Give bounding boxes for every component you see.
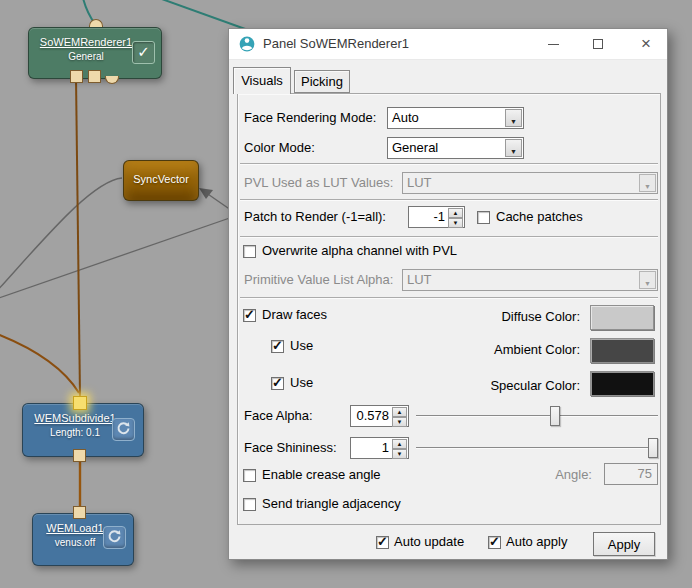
auto-apply-label: Auto apply bbox=[506, 531, 567, 553]
apply-button[interactable]: Apply bbox=[593, 532, 655, 556]
face-shininess-label: Face Shininess: bbox=[244, 437, 337, 459]
panel-window: Panel SoWEMRenderer1 × Visuals Picking F… bbox=[228, 28, 668, 560]
wire-gray-cross bbox=[0, 212, 247, 299]
enable-crease-label: Enable crease angle bbox=[262, 464, 381, 486]
patch-to-render-spinner[interactable]: -1 ▲▼ bbox=[408, 206, 465, 228]
face-shininess-slider[interactable] bbox=[416, 437, 658, 459]
mevislab-icon bbox=[239, 36, 255, 52]
auto-update-checkbox[interactable] bbox=[376, 536, 389, 549]
spinner-arrows-icon[interactable]: ▲▼ bbox=[392, 439, 407, 457]
arrowhead-icon bbox=[199, 188, 213, 199]
specular-color-label: Specular Color: bbox=[408, 375, 580, 397]
use-ambient-label: Use bbox=[290, 335, 313, 357]
angle-label: Angle: bbox=[518, 464, 592, 486]
face-alpha-spinner[interactable]: 0.578 ▲▼ bbox=[350, 405, 409, 427]
wire-orange-left-join bbox=[0, 334, 79, 393]
node-enabled-checkbox[interactable]: ✓ bbox=[132, 41, 155, 64]
face-shininess-spinner[interactable]: 1 ▲▼ bbox=[350, 437, 409, 459]
pvl-lut-label: PVL Used as LUT Values: bbox=[244, 172, 393, 194]
node-title: SyncVector bbox=[124, 173, 198, 185]
slider-track[interactable] bbox=[416, 415, 658, 417]
wire-gray-syncvector-left bbox=[0, 178, 122, 292]
input-connector[interactable] bbox=[73, 506, 86, 519]
pvl-alpha-select-disabled: LUT ▼ bbox=[402, 269, 658, 291]
output-connector[interactable] bbox=[73, 449, 86, 462]
separator bbox=[240, 297, 658, 299]
separator bbox=[240, 163, 658, 165]
enable-crease-checkbox[interactable] bbox=[243, 469, 256, 482]
titlebar[interactable]: Panel SoWEMRenderer1 × bbox=[229, 29, 667, 60]
cache-patches-label: Cache patches bbox=[496, 206, 583, 228]
node-wemload1[interactable]: WEMLoad1 venus.off bbox=[32, 513, 134, 566]
window-title: Panel SoWEMRenderer1 bbox=[263, 29, 409, 59]
diffuse-color-label: Diffuse Color: bbox=[408, 306, 580, 328]
chevron-down-icon[interactable]: ▼ bbox=[505, 139, 522, 157]
face-alpha-slider[interactable] bbox=[416, 405, 658, 427]
slider-handle[interactable] bbox=[648, 438, 658, 458]
diffuse-color-swatch[interactable] bbox=[590, 305, 654, 330]
use-specular-label: Use bbox=[290, 372, 313, 394]
pvl-alpha-label: Primitive Value List Alpha: bbox=[244, 269, 393, 291]
patch-to-render-label: Patch to Render (-1=all): bbox=[244, 206, 386, 228]
send-adjacency-checkbox[interactable] bbox=[243, 498, 256, 511]
reload-icon[interactable] bbox=[112, 418, 135, 441]
output-connector[interactable] bbox=[70, 70, 83, 83]
slider-track[interactable] bbox=[416, 447, 658, 449]
specular-color-swatch[interactable] bbox=[590, 371, 654, 396]
face-rendering-mode-select[interactable]: Auto ▼ bbox=[387, 107, 524, 129]
reload-icon[interactable] bbox=[103, 526, 126, 549]
visuals-tab-page: Face Rendering Mode: Auto ▼ Color Mode: … bbox=[237, 93, 661, 525]
wire-orange-renderer-subdivide bbox=[76, 78, 80, 396]
overwrite-alpha-label: Overwrite alpha channel with PVL bbox=[262, 240, 457, 262]
cache-patches-checkbox[interactable] bbox=[477, 211, 490, 224]
color-mode-label: Color Mode: bbox=[244, 137, 315, 159]
ambient-color-label: Ambient Color: bbox=[408, 339, 580, 361]
face-rendering-mode-label: Face Rendering Mode: bbox=[244, 107, 376, 129]
use-specular-checkbox[interactable] bbox=[271, 377, 284, 390]
draw-faces-checkbox[interactable] bbox=[243, 309, 256, 322]
send-adjacency-label: Send triangle adjacency bbox=[262, 493, 401, 515]
spinner-arrows-icon[interactable]: ▲▼ bbox=[392, 407, 407, 425]
wire-teal-cross bbox=[159, 0, 248, 30]
angle-field-disabled: 75 bbox=[604, 463, 658, 485]
output-connector[interactable] bbox=[88, 70, 101, 83]
face-alpha-label: Face Alpha: bbox=[244, 405, 313, 427]
use-ambient-checkbox[interactable] bbox=[271, 340, 284, 353]
chevron-down-icon: ▼ bbox=[639, 174, 656, 192]
separator bbox=[240, 199, 658, 201]
draw-faces-label: Draw faces bbox=[262, 304, 327, 326]
slider-handle[interactable] bbox=[550, 406, 560, 426]
ambient-color-swatch[interactable] bbox=[590, 338, 654, 363]
tab-visuals[interactable]: Visuals bbox=[233, 67, 291, 94]
color-mode-select[interactable]: General ▼ bbox=[387, 137, 524, 159]
minimize-button[interactable] bbox=[539, 29, 567, 59]
separator bbox=[240, 236, 658, 238]
input-connector[interactable] bbox=[89, 19, 103, 27]
close-button[interactable]: × bbox=[632, 29, 660, 59]
chevron-down-icon: ▼ bbox=[639, 271, 656, 289]
overwrite-alpha-checkbox[interactable] bbox=[243, 245, 256, 258]
maximize-button[interactable] bbox=[584, 29, 612, 59]
tab-picking[interactable]: Picking bbox=[294, 70, 350, 93]
chevron-down-icon[interactable]: ▼ bbox=[505, 109, 522, 127]
input-connector-highlighted[interactable] bbox=[73, 396, 87, 410]
auto-apply-checkbox[interactable] bbox=[488, 536, 501, 549]
pvl-lut-select-disabled: LUT ▼ bbox=[402, 172, 658, 194]
node-syncvector[interactable]: SyncVector bbox=[123, 160, 199, 201]
network-canvas: SoWEMRenderer1 General ✓ SyncVector WEMS… bbox=[0, 0, 692, 588]
spinner-arrows-icon[interactable]: ▲▼ bbox=[448, 208, 463, 226]
auto-update-label: Auto update bbox=[394, 531, 464, 553]
